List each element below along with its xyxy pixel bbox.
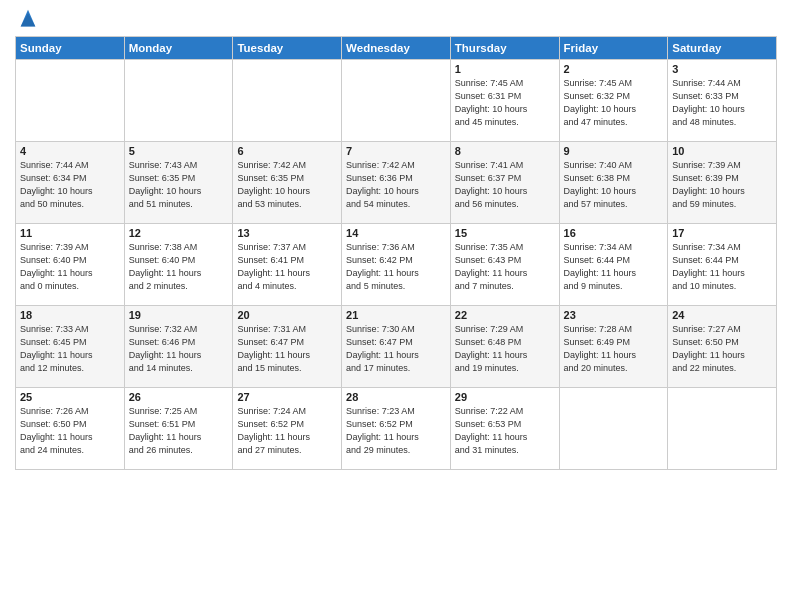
day-number: 4: [20, 145, 120, 157]
day-number: 22: [455, 309, 555, 321]
day-cell: [668, 388, 777, 470]
day-cell: 23Sunrise: 7:28 AM Sunset: 6:49 PM Dayli…: [559, 306, 668, 388]
day-number: 12: [129, 227, 229, 239]
day-cell: 4Sunrise: 7:44 AM Sunset: 6:34 PM Daylig…: [16, 142, 125, 224]
logo-icon: [17, 6, 39, 28]
day-number: 18: [20, 309, 120, 321]
day-info: Sunrise: 7:43 AM Sunset: 6:35 PM Dayligh…: [129, 159, 229, 211]
day-cell: 14Sunrise: 7:36 AM Sunset: 6:42 PM Dayli…: [342, 224, 451, 306]
day-info: Sunrise: 7:32 AM Sunset: 6:46 PM Dayligh…: [129, 323, 229, 375]
header: [15, 10, 777, 28]
day-cell: 5Sunrise: 7:43 AM Sunset: 6:35 PM Daylig…: [124, 142, 233, 224]
day-number: 5: [129, 145, 229, 157]
week-row-5: 25Sunrise: 7:26 AM Sunset: 6:50 PM Dayli…: [16, 388, 777, 470]
week-row-1: 1Sunrise: 7:45 AM Sunset: 6:31 PM Daylig…: [16, 60, 777, 142]
day-number: 26: [129, 391, 229, 403]
day-cell: 16Sunrise: 7:34 AM Sunset: 6:44 PM Dayli…: [559, 224, 668, 306]
day-number: 25: [20, 391, 120, 403]
day-number: 19: [129, 309, 229, 321]
weekday-header-tuesday: Tuesday: [233, 37, 342, 60]
weekday-header-friday: Friday: [559, 37, 668, 60]
weekday-header-wednesday: Wednesday: [342, 37, 451, 60]
day-number: 7: [346, 145, 446, 157]
day-info: Sunrise: 7:37 AM Sunset: 6:41 PM Dayligh…: [237, 241, 337, 293]
week-row-2: 4Sunrise: 7:44 AM Sunset: 6:34 PM Daylig…: [16, 142, 777, 224]
weekday-header-monday: Monday: [124, 37, 233, 60]
day-cell: 25Sunrise: 7:26 AM Sunset: 6:50 PM Dayli…: [16, 388, 125, 470]
day-info: Sunrise: 7:25 AM Sunset: 6:51 PM Dayligh…: [129, 405, 229, 457]
day-number: 20: [237, 309, 337, 321]
day-cell: 1Sunrise: 7:45 AM Sunset: 6:31 PM Daylig…: [450, 60, 559, 142]
day-info: Sunrise: 7:39 AM Sunset: 6:39 PM Dayligh…: [672, 159, 772, 211]
day-cell: [16, 60, 125, 142]
day-cell: 29Sunrise: 7:22 AM Sunset: 6:53 PM Dayli…: [450, 388, 559, 470]
day-cell: 17Sunrise: 7:34 AM Sunset: 6:44 PM Dayli…: [668, 224, 777, 306]
day-info: Sunrise: 7:23 AM Sunset: 6:52 PM Dayligh…: [346, 405, 446, 457]
day-info: Sunrise: 7:27 AM Sunset: 6:50 PM Dayligh…: [672, 323, 772, 375]
day-info: Sunrise: 7:45 AM Sunset: 6:32 PM Dayligh…: [564, 77, 664, 129]
day-cell: 6Sunrise: 7:42 AM Sunset: 6:35 PM Daylig…: [233, 142, 342, 224]
day-cell: 26Sunrise: 7:25 AM Sunset: 6:51 PM Dayli…: [124, 388, 233, 470]
weekday-header-thursday: Thursday: [450, 37, 559, 60]
day-cell: 10Sunrise: 7:39 AM Sunset: 6:39 PM Dayli…: [668, 142, 777, 224]
weekday-header-saturday: Saturday: [668, 37, 777, 60]
day-cell: 21Sunrise: 7:30 AM Sunset: 6:47 PM Dayli…: [342, 306, 451, 388]
day-cell: 12Sunrise: 7:38 AM Sunset: 6:40 PM Dayli…: [124, 224, 233, 306]
day-info: Sunrise: 7:42 AM Sunset: 6:35 PM Dayligh…: [237, 159, 337, 211]
day-number: 17: [672, 227, 772, 239]
day-info: Sunrise: 7:30 AM Sunset: 6:47 PM Dayligh…: [346, 323, 446, 375]
day-number: 2: [564, 63, 664, 75]
day-number: 9: [564, 145, 664, 157]
day-cell: [559, 388, 668, 470]
day-cell: 9Sunrise: 7:40 AM Sunset: 6:38 PM Daylig…: [559, 142, 668, 224]
day-number: 6: [237, 145, 337, 157]
svg-marker-1: [21, 13, 36, 26]
day-cell: [233, 60, 342, 142]
day-cell: 3Sunrise: 7:44 AM Sunset: 6:33 PM Daylig…: [668, 60, 777, 142]
day-cell: 24Sunrise: 7:27 AM Sunset: 6:50 PM Dayli…: [668, 306, 777, 388]
day-info: Sunrise: 7:38 AM Sunset: 6:40 PM Dayligh…: [129, 241, 229, 293]
day-number: 28: [346, 391, 446, 403]
day-cell: 8Sunrise: 7:41 AM Sunset: 6:37 PM Daylig…: [450, 142, 559, 224]
day-info: Sunrise: 7:34 AM Sunset: 6:44 PM Dayligh…: [672, 241, 772, 293]
week-row-4: 18Sunrise: 7:33 AM Sunset: 6:45 PM Dayli…: [16, 306, 777, 388]
day-number: 10: [672, 145, 772, 157]
day-info: Sunrise: 7:40 AM Sunset: 6:38 PM Dayligh…: [564, 159, 664, 211]
weekday-header-row: SundayMondayTuesdayWednesdayThursdayFrid…: [16, 37, 777, 60]
week-row-3: 11Sunrise: 7:39 AM Sunset: 6:40 PM Dayli…: [16, 224, 777, 306]
day-number: 16: [564, 227, 664, 239]
day-cell: 13Sunrise: 7:37 AM Sunset: 6:41 PM Dayli…: [233, 224, 342, 306]
logo: [15, 14, 39, 28]
day-info: Sunrise: 7:34 AM Sunset: 6:44 PM Dayligh…: [564, 241, 664, 293]
day-cell: [124, 60, 233, 142]
day-cell: 2Sunrise: 7:45 AM Sunset: 6:32 PM Daylig…: [559, 60, 668, 142]
day-number: 13: [237, 227, 337, 239]
day-number: 14: [346, 227, 446, 239]
day-cell: 28Sunrise: 7:23 AM Sunset: 6:52 PM Dayli…: [342, 388, 451, 470]
calendar-page: SundayMondayTuesdayWednesdayThursdayFrid…: [0, 0, 792, 612]
day-number: 24: [672, 309, 772, 321]
day-info: Sunrise: 7:35 AM Sunset: 6:43 PM Dayligh…: [455, 241, 555, 293]
day-cell: 7Sunrise: 7:42 AM Sunset: 6:36 PM Daylig…: [342, 142, 451, 224]
day-number: 3: [672, 63, 772, 75]
day-number: 29: [455, 391, 555, 403]
day-cell: 22Sunrise: 7:29 AM Sunset: 6:48 PM Dayli…: [450, 306, 559, 388]
day-info: Sunrise: 7:31 AM Sunset: 6:47 PM Dayligh…: [237, 323, 337, 375]
day-info: Sunrise: 7:22 AM Sunset: 6:53 PM Dayligh…: [455, 405, 555, 457]
day-cell: 19Sunrise: 7:32 AM Sunset: 6:46 PM Dayli…: [124, 306, 233, 388]
day-info: Sunrise: 7:33 AM Sunset: 6:45 PM Dayligh…: [20, 323, 120, 375]
day-number: 21: [346, 309, 446, 321]
day-info: Sunrise: 7:41 AM Sunset: 6:37 PM Dayligh…: [455, 159, 555, 211]
day-cell: 20Sunrise: 7:31 AM Sunset: 6:47 PM Dayli…: [233, 306, 342, 388]
day-info: Sunrise: 7:44 AM Sunset: 6:34 PM Dayligh…: [20, 159, 120, 211]
weekday-header-sunday: Sunday: [16, 37, 125, 60]
day-number: 15: [455, 227, 555, 239]
day-cell: 15Sunrise: 7:35 AM Sunset: 6:43 PM Dayli…: [450, 224, 559, 306]
day-cell: 11Sunrise: 7:39 AM Sunset: 6:40 PM Dayli…: [16, 224, 125, 306]
day-number: 1: [455, 63, 555, 75]
day-cell: 18Sunrise: 7:33 AM Sunset: 6:45 PM Dayli…: [16, 306, 125, 388]
day-number: 23: [564, 309, 664, 321]
day-cell: [342, 60, 451, 142]
day-info: Sunrise: 7:45 AM Sunset: 6:31 PM Dayligh…: [455, 77, 555, 129]
day-info: Sunrise: 7:29 AM Sunset: 6:48 PM Dayligh…: [455, 323, 555, 375]
